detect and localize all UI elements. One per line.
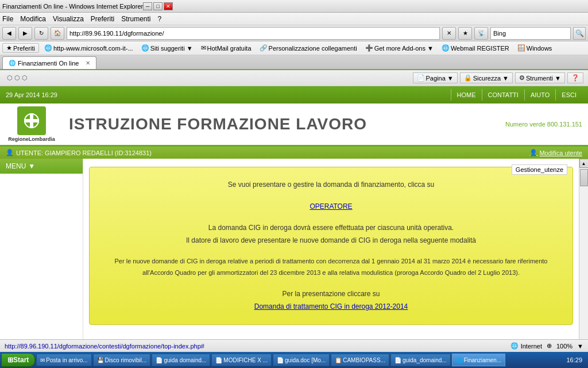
help-icon: ❓ (571, 74, 579, 82)
forward-button[interactable]: ▶ (18, 27, 32, 40)
fav-icon-hotmail: ✉ (201, 44, 206, 52)
modify-icon: 👤 (529, 149, 537, 156)
help-button[interactable]: ❓ (567, 72, 583, 83)
status-right: 🌐 Internet ⊕ 100% ▼ (510, 342, 583, 350)
taskbar-icon-guida2: 📄 (394, 357, 401, 363)
tools-icon: ⚙ (519, 74, 525, 82)
modify-user-link[interactable]: 👤 Modifica utente (529, 149, 582, 156)
site-nav: HOME CONTATTI AIUTO ESCI (451, 89, 582, 101)
taskbar-item-guida1[interactable]: 📄 guida domaind... (152, 354, 210, 366)
fav-icon-windows: 🪟 (517, 44, 525, 52)
nav-esci[interactable]: ESCI (555, 89, 582, 101)
taskbar: ⊞ Start ✉ Posta in arrivo... 💾 Disco rim… (0, 352, 588, 368)
fav-item-hotmail[interactable]: ✉ HotMail gratuita (198, 43, 254, 53)
fav-item-addons[interactable]: ➕ Get more Add-ons ▼ (362, 43, 436, 53)
taskbar-item-posta[interactable]: ✉ Posta in arrivo... (36, 354, 91, 366)
taskbar-item-guida2[interactable]: 📄 guida_domaind... (390, 354, 451, 366)
titlebar-title: Finanziamenti On line - Windows Internet… (2, 3, 143, 10)
scroll-up-button[interactable]: ▲ (579, 159, 589, 168)
status-url: http://89.96.190.11/dgformazione/contest… (5, 343, 204, 350)
taskbar-item-cambiopass[interactable]: 📋 CAMBIOPASS... (331, 354, 389, 366)
fav-item-personal[interactable]: 🔗 Personalizzazione collegamenti (257, 43, 360, 53)
star-button[interactable]: ★ (458, 27, 472, 40)
menu-help[interactable]: ? (158, 15, 162, 23)
minimize-button[interactable]: ─ (143, 2, 152, 10)
menu-file[interactable]: File (2, 15, 13, 23)
strumenti-button[interactable]: ⚙ Strumenti ▼ (515, 72, 565, 83)
rss-button[interactable]: 📡 (474, 27, 488, 40)
gestione-button[interactable]: Gestione_utenze (512, 164, 567, 175)
user-bar: 👤 UTENTE: GIAMPIERO REDAELLI (ID:3124831… (0, 147, 588, 159)
restore-button[interactable]: □ (153, 2, 163, 10)
start-button[interactable]: ⊞ Start (1, 353, 35, 367)
security-icon: 🔒 (464, 74, 472, 82)
fav-item-siti[interactable]: 🌐 Siti suggeriti ▼ (138, 43, 196, 53)
search-button[interactable]: 🔍 (573, 27, 586, 40)
logo-area: RegioneLombardia ISTRUZIONE FORMAZIONE L… (0, 103, 588, 147)
info-line5: Per le nuove domande di CIG in deroga re… (107, 256, 555, 279)
menu-header[interactable]: MENU ▼ (0, 159, 83, 174)
menu-strumenti[interactable]: Strumenti (121, 15, 150, 23)
home-button[interactable]: 🏠 (51, 27, 64, 40)
menu-visualizza[interactable]: Visualizza (53, 15, 84, 23)
user-label: UTENTE: GIAMPIERO REDAELLI (ID:3124831) (16, 150, 152, 156)
logo-box: RegioneLombardia (6, 106, 57, 142)
fav-item-ms[interactable]: 🌐 http-www.microsoft.com-it-... (41, 43, 136, 53)
menu-preferiti[interactable]: Preferiti (91, 15, 114, 23)
back-button[interactable]: ◀ (2, 27, 16, 40)
toolbar-spacer: ⬡ ⬡ ⬡ (7, 74, 28, 82)
zoom-level: ⊕ (547, 342, 552, 350)
domanda-link[interactable]: Domanda di trattamento CIG in deroga 201… (254, 302, 408, 310)
nav-home[interactable]: HOME (451, 89, 482, 101)
site-title: ISTRUZIONE FORMAZIONE LAVORO (69, 115, 505, 133)
taskbar-icon-cambiopass: 📋 (335, 357, 342, 363)
taskbar-item-guida-doc[interactable]: 📄 guida.doc [Mo... (273, 354, 330, 366)
taskbar-item-modifiche[interactable]: 📄 MODIFICHE X ... (211, 354, 272, 366)
favorites-bar: ★ Preferiti 🌐 http-www.microsoft.com-it-… (0, 41, 588, 55)
pagina-button[interactable]: 📄 Pagina ▼ (413, 72, 458, 83)
tab-finanziamenti[interactable]: 🌐 Finanziamenti On line ✕ (2, 56, 96, 69)
main-content: Gestione_utenze Se vuoi presentare o ges… (83, 159, 579, 343)
browser-titlebar: Finanziamenti On line - Windows Internet… (0, 0, 588, 13)
taskbar-icon-finanziamenti: 🌐 (456, 357, 463, 363)
scrollbar[interactable]: ▲ (579, 159, 588, 343)
scroll-thumb[interactable] (580, 169, 588, 186)
nav-aiuto[interactable]: AIUTO (524, 89, 555, 101)
sicurezza-button[interactable]: 🔒 Sicurezza ▼ (460, 72, 513, 83)
taskbar-item-disco[interactable]: 💾 Disco rimovibil... (93, 354, 151, 366)
taskbar-item-finanziamenti[interactable]: 🌐 Finanziamen... (452, 354, 506, 366)
fav-icon-personal: 🔗 (260, 44, 268, 52)
nav-contatti[interactable]: CONTATTI (482, 89, 524, 101)
operatore-link[interactable]: OPERATORE (310, 202, 352, 210)
taskbar-icon-guida1: 📄 (156, 357, 163, 363)
region-logo-svg (23, 112, 40, 129)
tab-close-icon[interactable]: ✕ (86, 60, 90, 66)
site-wrapper: 29 Apr 2014 16:29 HOME CONTATTI AIUTO ES… (0, 86, 588, 359)
refresh-button[interactable]: ↻ (34, 27, 48, 40)
taskbar-icon-disco: 💾 (97, 357, 104, 363)
menu-label: MENU (6, 162, 26, 170)
info-line1: Se vuoi presentare o gestire la domanda … (107, 179, 555, 191)
info-line6: Per la presentazione cliccare su (107, 288, 555, 301)
user-icon: 👤 (6, 149, 14, 156)
site-header: 29 Apr 2014 16:29 HOME CONTATTI AIUTO ES… (0, 86, 588, 103)
tab-bar: 🌐 Finanziamenti On line ✕ (0, 55, 588, 70)
info-line4: Il datore di lavoro deve presentare le n… (107, 235, 555, 247)
x-button[interactable]: ✕ (442, 27, 456, 40)
site-title-area: ISTRUZIONE FORMAZIONE LAVORO (57, 115, 505, 133)
fav-icon-addons: ➕ (365, 44, 373, 52)
status-bar: http://89.96.190.11/dgformazione/contest… (0, 339, 588, 352)
search-input[interactable] (490, 27, 571, 40)
fav-icon-siti: 🌐 (141, 44, 149, 52)
close-button[interactable]: ✕ (164, 2, 173, 10)
globe-icon: 🌐 (510, 342, 519, 350)
taskbar-icon-guida-doc: 📄 (277, 357, 284, 363)
fav-icon-webmail: 🌐 (442, 44, 450, 52)
address-input[interactable] (67, 27, 440, 40)
menu-modifica[interactable]: Modifica (20, 15, 46, 23)
taskbar-icon-modifiche: 📄 (215, 357, 222, 363)
fav-item-webmail[interactable]: 🌐 Webmail REGISTER (439, 43, 512, 53)
fav-item-windows[interactable]: 🪟 Windows (514, 43, 555, 53)
favorites-button[interactable]: ★ Preferiti (2, 43, 39, 53)
start-icon: ⊞ (7, 356, 13, 364)
